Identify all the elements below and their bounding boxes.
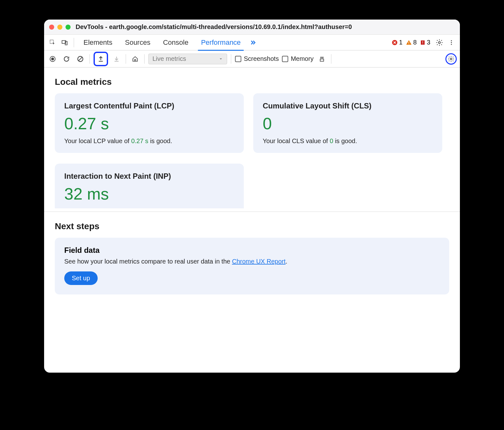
tab-elements[interactable]: Elements (78, 35, 118, 50)
issues-icon (420, 40, 426, 45)
divider (331, 54, 331, 64)
kebab-menu-icon[interactable] (446, 37, 457, 48)
local-metrics-section: Local metrics Largest Contentful Paint (… (44, 67, 460, 212)
screenshots-label: Screenshots (244, 55, 279, 62)
memory-checkbox[interactable]: Memory (282, 55, 313, 62)
upload-profile-icon[interactable] (95, 54, 106, 64)
download-profile-icon[interactable] (111, 54, 122, 64)
devtools-tabbar: Elements Sources Console Performance 1 8… (44, 35, 460, 50)
field-data-title: Field data (64, 246, 440, 255)
lcp-card: Largest Contentful Paint (LCP) 0.27 s Yo… (55, 93, 244, 153)
clear-icon[interactable] (75, 54, 86, 64)
cls-value: 0 (263, 115, 433, 132)
chevron-down-icon (219, 57, 223, 61)
svg-rect-16 (320, 59, 324, 61)
maximize-window-button[interactable] (66, 25, 71, 30)
svg-point-12 (451, 44, 452, 45)
capture-settings-highlight (445, 53, 457, 65)
issues-count: 3 (427, 39, 430, 46)
cls-title: Cumulative Layout Shift (CLS) (263, 102, 433, 110)
window-title: DevTools - earth.google.com/static/multi… (76, 23, 352, 31)
field-data-card: Field data See how your local metrics co… (55, 238, 449, 294)
garbage-collect-icon[interactable] (317, 54, 327, 64)
lcp-desc-value: 0.27 s (131, 137, 148, 144)
home-icon[interactable] (130, 54, 140, 64)
lcp-description: Your local LCP value of 0.27 s is good. (64, 137, 234, 145)
more-tabs-icon[interactable] (248, 37, 258, 48)
titlebar: DevTools - earth.google.com/static/multi… (44, 20, 460, 35)
checkbox-icon (282, 56, 288, 62)
lcp-value: 0.27 s (64, 115, 234, 132)
divider (231, 54, 231, 64)
reload-record-icon[interactable] (61, 54, 72, 64)
inp-card: Interaction to Next Paint (INP) 32 ms (55, 164, 244, 208)
svg-rect-4 (409, 42, 409, 43)
performance-toolbar: Live metrics Screenshots Memory (44, 50, 460, 67)
tab-sources[interactable]: Sources (119, 35, 156, 50)
error-icon (392, 39, 398, 46)
warning-icon (406, 39, 412, 46)
window-controls (49, 25, 71, 30)
capture-settings-icon[interactable] (448, 55, 455, 62)
warning-count: 8 (413, 39, 417, 46)
screenshots-checkbox[interactable]: Screenshots (235, 55, 279, 62)
inp-title: Interaction to Next Paint (INP) (64, 172, 234, 181)
tab-performance[interactable]: Performance (195, 35, 246, 50)
setup-button[interactable]: Set up (64, 271, 98, 285)
checkbox-icon (235, 56, 241, 62)
divider (126, 54, 126, 64)
memory-label: Memory (291, 55, 313, 62)
crux-report-link[interactable]: Chrome UX Report (232, 258, 285, 265)
svg-rect-8 (422, 44, 423, 44)
tab-console[interactable]: Console (157, 35, 194, 50)
settings-gear-icon[interactable] (434, 37, 445, 48)
devtools-window: DevTools - earth.google.com/static/multi… (44, 20, 460, 373)
local-metrics-heading: Local metrics (55, 77, 449, 87)
divider (74, 38, 74, 47)
view-select-label: Live metrics (152, 55, 186, 62)
cls-desc-value: 0 (330, 137, 333, 144)
svg-rect-5 (409, 44, 409, 44)
lcp-desc-post: is good. (148, 137, 172, 144)
issue-badges[interactable]: 1 8 3 (392, 39, 430, 46)
cls-description: Your local CLS value of 0 is good. (263, 137, 433, 145)
inspect-element-icon[interactable] (47, 37, 58, 48)
divider (89, 54, 90, 64)
svg-rect-7 (422, 41, 423, 43)
cls-card: Cumulative Layout Shift (CLS) 0 Your loc… (253, 93, 442, 153)
svg-point-10 (451, 40, 452, 41)
field-text-pre: See how your local metrics compare to re… (64, 258, 232, 265)
minimize-window-button[interactable] (57, 25, 62, 30)
next-steps-section: Next steps Field data See how your local… (44, 212, 460, 298)
lcp-desc-pre: Your local LCP value of (64, 137, 131, 144)
svg-point-17 (450, 58, 452, 60)
lcp-title: Largest Contentful Paint (LCP) (64, 102, 234, 110)
field-data-text: See how your local metrics compare to re… (64, 258, 440, 265)
field-text-post: . (286, 258, 288, 265)
inp-value: 32 ms (64, 186, 234, 202)
view-select[interactable]: Live metrics (148, 54, 227, 64)
svg-point-11 (451, 42, 452, 43)
error-count: 1 (399, 39, 403, 46)
next-steps-heading: Next steps (55, 221, 449, 231)
divider (144, 54, 145, 64)
svg-point-9 (438, 42, 440, 44)
device-toolbar-icon[interactable] (59, 37, 70, 48)
cls-desc-pre: Your local CLS value of (263, 137, 330, 144)
performance-content: Local metrics Largest Contentful Paint (… (44, 67, 460, 373)
record-icon[interactable] (47, 54, 58, 64)
upload-profile-highlight (94, 52, 108, 66)
cls-desc-post: is good. (333, 137, 357, 144)
close-window-button[interactable] (49, 25, 54, 30)
svg-point-14 (51, 58, 54, 60)
